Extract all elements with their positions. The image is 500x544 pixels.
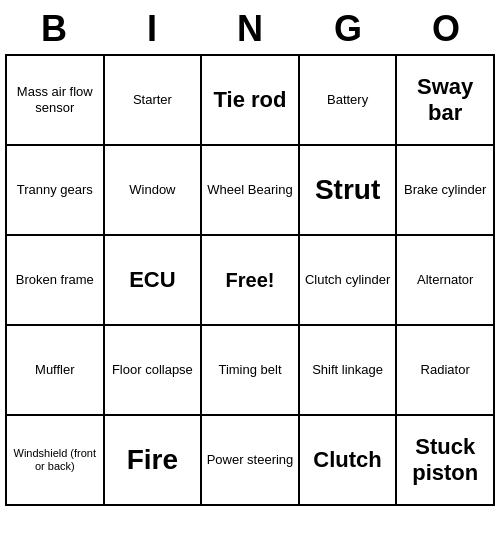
cell-23: Clutch [300,416,398,506]
cell-7: Wheel Bearing [202,146,300,236]
letter-i: I [107,8,197,50]
cell-19: Radiator [397,326,495,416]
cell-4: Sway bar [397,56,495,146]
cell-3: Battery [300,56,398,146]
cell-12: Free! [202,236,300,326]
cell-0: Mass air flow sensor [7,56,105,146]
bingo-grid: Mass air flow sensorStarterTie rodBatter… [5,54,495,506]
cell-5: Tranny gears [7,146,105,236]
cell-22: Power steering [202,416,300,506]
bingo-title: B I N G O [5,0,495,54]
cell-14: Alternator [397,236,495,326]
letter-o: O [401,8,491,50]
cell-24: Stuck piston [397,416,495,506]
cell-11: ECU [105,236,203,326]
cell-15: Muffler [7,326,105,416]
cell-17: Timing belt [202,326,300,416]
cell-2: Tie rod [202,56,300,146]
cell-18: Shift linkage [300,326,398,416]
letter-n: N [205,8,295,50]
cell-10: Broken frame [7,236,105,326]
letter-g: G [303,8,393,50]
cell-21: Fire [105,416,203,506]
cell-16: Floor collapse [105,326,203,416]
cell-1: Starter [105,56,203,146]
letter-b: B [9,8,99,50]
cell-8: Strut [300,146,398,236]
cell-9: Brake cylinder [397,146,495,236]
cell-20: Windshield (front or back) [7,416,105,506]
cell-6: Window [105,146,203,236]
cell-13: Clutch cylinder [300,236,398,326]
